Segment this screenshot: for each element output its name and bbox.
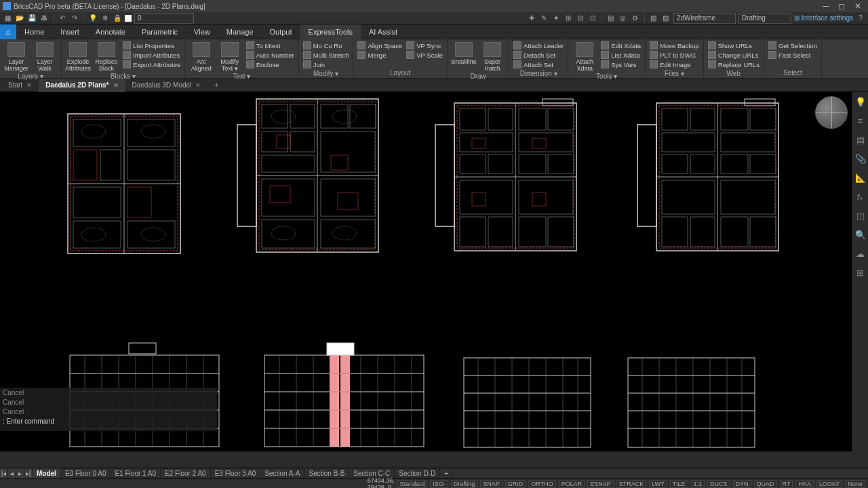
toggle-ducs[interactable]: DUCS <box>707 480 730 488</box>
replace-urls-button[interactable]: Replace URLs <box>707 60 761 69</box>
visual-style-combo[interactable]: 2dWireframe <box>673 13 736 24</box>
fx-icon[interactable]: fₓ <box>855 191 866 202</box>
tab-expresstools[interactable]: ExpressTools <box>300 24 361 39</box>
panel-text-label[interactable]: Text ▾ <box>188 72 296 81</box>
edit-image-button[interactable]: Edit Image <box>648 60 701 69</box>
sys-vars-button[interactable]: Sys Vars <box>599 60 642 69</box>
save-icon[interactable]: 💾 <box>27 14 37 23</box>
panel-files-label[interactable]: Files ▾ <box>648 69 701 78</box>
show-urls-button[interactable]: Show URLs <box>707 41 761 50</box>
apps-icon[interactable]: ⊞ <box>855 267 866 278</box>
join-button[interactable]: Join <box>302 60 351 69</box>
maximize-button[interactable]: ◻ <box>838 1 845 11</box>
tool-icon-2[interactable]: ✎ <box>539 14 549 23</box>
to-mtext-button[interactable]: To Mtext <box>245 41 296 50</box>
detach-set-button[interactable]: Detach Set <box>512 50 565 60</box>
tool-icon-3[interactable]: ✦ <box>551 14 561 23</box>
tips-icon[interactable]: 💡 <box>855 96 866 107</box>
fast-select-button[interactable]: Fast Select <box>767 50 818 60</box>
explode-attributes-button[interactable]: Explode Attributes <box>64 41 92 72</box>
toggle-rt[interactable]: RT <box>780 480 793 488</box>
align-space-button[interactable]: Align Space <box>356 41 403 50</box>
tool-icon-10[interactable]: ▧ <box>649 14 658 23</box>
new-icon[interactable]: ▦ <box>3 14 12 23</box>
toggle-scale[interactable]: 1:1 <box>691 480 705 488</box>
interface-settings-link[interactable]: ⊞Interface settings <box>794 14 853 22</box>
status-iso[interactable]: ISO-25 <box>430 480 448 488</box>
layer-bulb-icon[interactable]: 💡 <box>88 14 98 23</box>
tab-aiassist[interactable]: AI Assist <box>361 24 406 39</box>
plt-to-dwg-button[interactable]: PLT to DWG <box>648 50 701 60</box>
tool-icon-9[interactable]: ⚙ <box>631 14 640 23</box>
change-urls-button[interactable]: Change URLs <box>707 50 761 60</box>
tab-insert[interactable]: Insert <box>52 24 87 39</box>
toggle-lookf[interactable]: LOOKF <box>816 480 843 488</box>
redo-icon[interactable]: ↷ <box>70 14 79 23</box>
view-navigator[interactable] <box>815 96 848 129</box>
tab-parametric[interactable]: Parametric <box>134 24 186 39</box>
enclose-button[interactable]: Enclose <box>245 60 296 69</box>
toggle-tile[interactable]: TILE <box>670 480 688 488</box>
auto-number-button[interactable]: Auto Number <box>245 50 296 60</box>
toggle-polar[interactable]: POLAR <box>559 480 585 488</box>
tool-icon-11[interactable]: ▨ <box>661 14 671 23</box>
toggle-grid[interactable]: GRID <box>505 480 526 488</box>
panel-blocks-label[interactable]: Blocks ▾ <box>64 72 182 81</box>
status-workspace[interactable]: Drafting <box>451 480 478 488</box>
toggle-esnap[interactable]: ESNAP <box>587 480 614 488</box>
attach-leader-button[interactable]: Attach Leader <box>512 41 565 50</box>
arc-aligned-button[interactable]: Arc Aligned <box>188 41 215 72</box>
toggle-snap[interactable]: SNAP <box>480 480 502 488</box>
layer-manager-button[interactable]: Layer Manager <box>3 41 30 72</box>
attach-xdata-button[interactable]: Attach Xdata <box>571 41 598 72</box>
undo-icon[interactable]: ↶ <box>58 14 67 23</box>
minimize-button[interactable]: ─ <box>823 1 829 11</box>
multi-stretch-button[interactable]: Multi Stretch <box>302 50 351 60</box>
merge-button[interactable]: Merge <box>356 50 403 60</box>
drawing-canvas[interactable]: Cancel Cancel Cancel : Enter command <box>0 92 868 451</box>
toggle-strack[interactable]: STRACK <box>616 480 647 488</box>
open-icon[interactable]: 📂 <box>15 14 24 23</box>
tab-view[interactable]: View <box>186 24 218 39</box>
toggle-quad[interactable]: QUAD <box>754 480 777 488</box>
list-xdata-button[interactable]: List Xdata <box>599 50 642 60</box>
toggle-hka[interactable]: HKA <box>795 480 814 488</box>
tool-icon-7[interactable]: ▤ <box>606 14 616 23</box>
tab-home[interactable]: Home <box>16 24 52 39</box>
replace-block-button[interactable]: Replace Block <box>93 41 120 72</box>
tool-icon-4[interactable]: ⊞ <box>564 14 573 23</box>
app-menu-button[interactable]: ⌂ <box>0 24 16 39</box>
structure-icon[interactable]: ▤ <box>855 134 866 145</box>
layer-color-icon[interactable] <box>125 15 132 22</box>
help-icon[interactable]: ? <box>856 14 865 23</box>
blocks-icon[interactable]: ◫ <box>855 210 866 221</box>
import-attributes-button[interactable]: Import Attributes <box>121 50 182 60</box>
list-properties-button[interactable]: List Properties <box>121 41 182 50</box>
edit-xdata-button[interactable]: Edit Xdata <box>599 41 642 50</box>
attach-set-button[interactable]: Attach Set <box>512 60 565 69</box>
layer-walk-button[interactable]: Layer Walk <box>31 41 58 72</box>
mocoro-button[interactable]: Mo Co Ro <box>302 41 351 50</box>
panel-modify-label[interactable]: Modify ▾ <box>302 69 351 78</box>
panel-tools-label[interactable]: Tools ▾ <box>571 72 642 81</box>
status-none[interactable]: None <box>845 480 865 488</box>
layout-tab-add[interactable]: + <box>440 468 453 479</box>
vp-scale-button[interactable]: VP Scale <box>405 50 444 60</box>
print-icon[interactable]: 🖶 <box>39 14 49 23</box>
layers-panel-icon[interactable]: ≡ <box>855 115 866 126</box>
parameters-icon[interactable]: 📐 <box>855 172 866 183</box>
panel-layers-label[interactable]: Layers ▾ <box>3 72 58 81</box>
close-button[interactable]: ✕ <box>854 1 861 11</box>
tab-annotate[interactable]: Annotate <box>87 24 134 39</box>
status-standard[interactable]: Standard <box>397 480 428 488</box>
layer-freeze-icon[interactable]: ❄ <box>100 14 110 23</box>
workspace-combo[interactable]: Drafting <box>738 13 791 24</box>
super-hatch-button[interactable]: Super Hatch <box>479 41 506 72</box>
panel-dimension-label[interactable]: Dimension ▾ <box>512 69 565 78</box>
tool-icon-5[interactable]: ⊟ <box>576 14 585 23</box>
layer-combo[interactable]: 0 <box>134 13 194 24</box>
tool-icon-8[interactable]: ◎ <box>618 14 628 23</box>
export-attributes-button[interactable]: Export Attributes <box>121 60 182 69</box>
tool-icon-6[interactable]: ⊡ <box>588 14 597 23</box>
modify-text-button[interactable]: Modify Text ▾ <box>216 41 243 72</box>
